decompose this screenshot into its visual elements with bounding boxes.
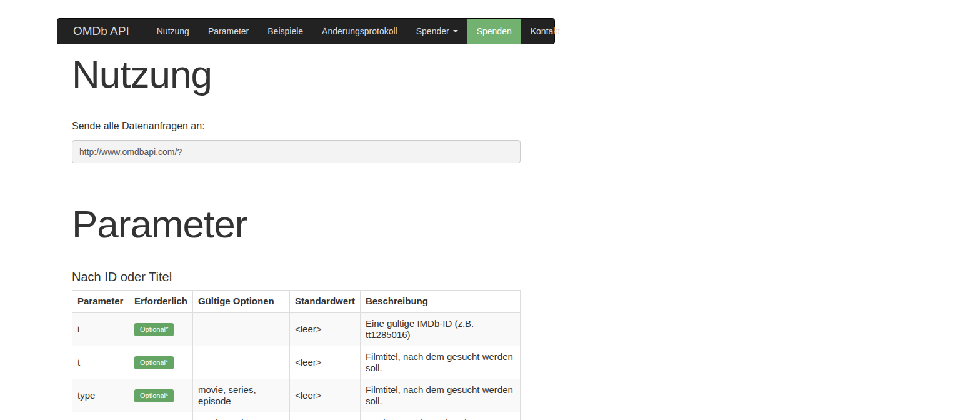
cell-default: <leer>: [290, 412, 361, 420]
caret-down-icon: [453, 30, 458, 32]
nav-item-nutzung[interactable]: Nutzung: [148, 19, 199, 44]
cell-options: movie, series, episode: [193, 379, 290, 412]
divider: [72, 106, 521, 106]
parameter-table-header: Parameter Erforderlich Gültige Optionen …: [72, 291, 521, 313]
cell-default: <leer>: [290, 346, 361, 379]
parameter-heading: Parameter: [72, 203, 521, 246]
table-row: t Optional* <leer> Filmtitel, nach dem g…: [72, 346, 521, 379]
usage-heading: Nutzung: [72, 53, 521, 96]
required-badge: Optional*: [134, 356, 174, 369]
navbar-brand[interactable]: OMDb API: [58, 19, 139, 44]
nav-item-label: Nutzung: [157, 19, 189, 44]
omdb-page: OMDb API Nutzung Parameter Beispiele Änd…: [57, 18, 555, 420]
cell-parameter: type: [72, 379, 129, 412]
cell-description: Filmtitel, nach dem gesucht werden soll.: [360, 379, 520, 412]
nav-item-kontakt[interactable]: Kontakt: [521, 19, 569, 44]
column-header-standardwert: Standardwert: [290, 291, 361, 313]
column-header-beschreibung: Beschreibung: [360, 291, 520, 313]
required-badge: Optional*: [134, 389, 174, 402]
nav-item-beispiele[interactable]: Beispiele: [258, 19, 312, 44]
cell-default: <leer>: [290, 379, 361, 412]
cell-parameter: t: [72, 346, 129, 379]
nav-item-parameter[interactable]: Parameter: [199, 19, 258, 44]
cell-description: Eine gültige IMDb-ID (z.B. tt1285016): [360, 312, 520, 346]
nav-item-label: Beispiele: [268, 19, 303, 44]
divider: [72, 256, 521, 256]
send-requests-label: Sende alle Datenanfragen an:: [72, 121, 521, 132]
nav-item-label: Parameter: [208, 19, 249, 44]
cell-required: Nein: [129, 412, 193, 420]
column-header-parameter: Parameter: [72, 291, 129, 313]
parameter-table: Parameter Erforderlich Gültige Optionen …: [72, 290, 521, 420]
column-header-optionen: Gültige Optionen: [193, 291, 290, 313]
nav-item-label: Kontakt: [531, 19, 560, 44]
cell-required: Optional*: [129, 379, 193, 412]
navbar-items: Nutzung Parameter Beispiele Änderungspro…: [148, 19, 569, 44]
cell-options: [193, 312, 290, 346]
table-row: type Optional* movie, series, episode <l…: [72, 379, 521, 412]
nav-item-spender[interactable]: Spender: [407, 19, 468, 44]
cell-parameter: i: [72, 312, 129, 346]
nav-item-label: Änderungsprotokoll: [322, 19, 398, 44]
nav-item-label: Spenden: [477, 19, 512, 44]
table-row: i Optional* <leer> Eine gültige IMDb-ID …: [72, 312, 521, 346]
by-id-or-title-subheading: Nach ID oder Titel: [72, 270, 521, 284]
cell-required: Optional*: [129, 312, 193, 346]
column-header-erforderlich: Erforderlich: [129, 291, 193, 313]
endpoint-url-input[interactable]: [72, 140, 521, 163]
cell-options: [193, 346, 290, 379]
main-content: Nutzung Sende alle Datenanfragen an: Par…: [72, 53, 521, 420]
required-badge: Optional*: [134, 323, 174, 336]
cell-description: Filmtitel, nach dem gesucht werden soll.: [360, 346, 520, 379]
cell-options: movie, series, episode: [193, 412, 290, 420]
cell-parameter: type: [72, 412, 129, 420]
nav-item-aenderungsprotokoll[interactable]: Änderungsprotokoll: [312, 19, 407, 44]
cell-required: Optional*: [129, 346, 193, 379]
nav-item-spenden[interactable]: Spenden: [468, 19, 521, 44]
nav-item-label: Spender: [416, 19, 449, 44]
navbar: OMDb API Nutzung Parameter Beispiele Änd…: [57, 18, 555, 44]
table-row: type Nein movie, series, episode <leer> …: [72, 412, 521, 420]
cell-default: <leer>: [290, 312, 361, 346]
cell-description: Art des zurückzugebenden Ergebnisses.: [360, 412, 520, 420]
parameter-table-body: i Optional* <leer> Eine gültige IMDb-ID …: [72, 312, 521, 420]
